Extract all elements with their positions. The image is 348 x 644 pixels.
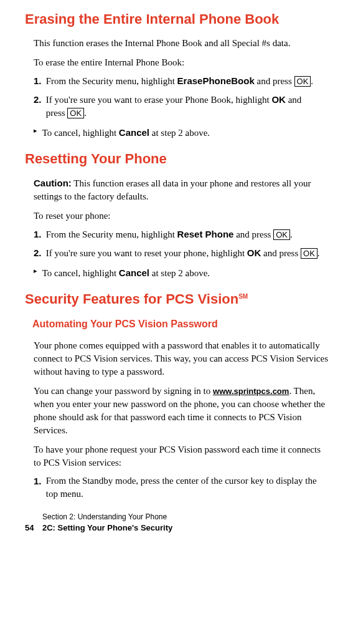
- step-text: If you're sure you want to reset your ph…: [46, 246, 320, 260]
- text: and press: [233, 229, 273, 239]
- caution-text: This function erases all data in your ph…: [34, 178, 311, 201]
- option-cancel: Cancel: [119, 267, 149, 278]
- option-cancel: Cancel: [119, 127, 149, 138]
- text: and press: [261, 248, 301, 258]
- step-text: From the Security menu, highlight EraseP…: [46, 74, 320, 88]
- step-number: 1.: [34, 228, 44, 241]
- heading-erase-phonebook: Erasing the Entire Internal Phone Book: [25, 10, 329, 29]
- step-number: 1.: [34, 74, 44, 87]
- step-number: 1.: [34, 474, 44, 488]
- text: You can change your password by signing …: [34, 386, 213, 396]
- keycap-ok: OK: [67, 108, 84, 119]
- text: To cancel, highlight: [42, 128, 119, 138]
- text: From the Security menu, highlight: [46, 76, 177, 86]
- bullet-text: To cancel, highlight Cancel at step 2 ab…: [42, 266, 320, 280]
- step-text: If you're sure you want to erase your Ph…: [46, 93, 320, 120]
- sm-mark: SM: [238, 292, 248, 299]
- reset-cancel-note: ▸ To cancel, highlight Cancel at step 2 …: [34, 266, 329, 280]
- step-number: 2.: [34, 93, 44, 106]
- url-sprintpcs: www.sprintpcs.com: [213, 387, 289, 396]
- chapter-title: 2C: Setting Your Phone's Security: [42, 523, 172, 532]
- erase-step-2: 2. If you're sure you want to erase your…: [34, 93, 329, 120]
- text: .: [84, 108, 87, 118]
- keycap-ok: OK: [301, 248, 317, 259]
- vision-para-2: You can change your password by signing …: [34, 385, 329, 437]
- erase-cancel-note: ▸ To cancel, highlight Cancel at step 2 …: [34, 126, 329, 140]
- text: From the Security menu, highlight: [46, 229, 177, 239]
- reset-howto: To reset your phone:: [34, 209, 329, 223]
- text: To cancel, highlight: [42, 268, 119, 278]
- reset-step-1: 1. From the Security menu, highlight Res…: [34, 228, 329, 241]
- text: at step 2 above.: [149, 268, 210, 278]
- triangle-bullet-icon: ▸: [34, 126, 40, 135]
- option-ok: OK: [271, 94, 286, 105]
- caution-label: Caution:: [34, 178, 72, 188]
- page-number: 54: [25, 522, 42, 534]
- heading-reset-phone: Resetting Your Phone: [25, 150, 329, 169]
- vision-para-3: To have your phone request your PCS Visi…: [34, 443, 329, 469]
- step-number: 2.: [34, 246, 44, 259]
- footer-chapter-line: 542C: Setting Your Phone's Security: [25, 522, 329, 534]
- text: If you're sure you want to reset your ph…: [46, 248, 247, 258]
- menu-item-erasephonebook: ErasePhoneBook: [177, 75, 255, 86]
- reset-step-2: 2. If you're sure you want to reset your…: [34, 246, 329, 260]
- keycap-ok: OK: [294, 76, 311, 87]
- vision-step-1: 1. From the Standby mode, press the cent…: [34, 474, 329, 501]
- heading-security-features-pcs-vision: Security Features for PCS VisionSM: [25, 290, 329, 309]
- erase-step-1: 1. From the Security menu, highlight Era…: [34, 74, 329, 88]
- bullet-text: To cancel, highlight Cancel at step 2 ab…: [42, 126, 320, 140]
- heading-text: Security Features for PCS Vision: [25, 291, 238, 307]
- step-text: From the Security menu, highlight Reset …: [46, 228, 320, 241]
- erase-howto: To erase the entire Internal Phone Book:: [34, 56, 329, 69]
- text: .: [290, 229, 293, 239]
- text: .: [317, 248, 320, 258]
- text: If you're sure you want to erase your Ph…: [46, 95, 272, 105]
- text: at step 2 above.: [149, 128, 210, 138]
- option-ok: OK: [247, 248, 261, 258]
- step-text: From the Standby mode, press the center …: [46, 474, 320, 501]
- erase-intro: This function erases the Internal Phone …: [34, 37, 329, 50]
- menu-item-reset-phone: Reset Phone: [177, 229, 234, 239]
- page-footer: Section 2: Understanding Your Phone 542C…: [25, 512, 329, 534]
- triangle-bullet-icon: ▸: [34, 266, 40, 276]
- vision-para-1: Your phone comes equipped with a passwor…: [34, 339, 329, 378]
- text: .: [311, 76, 313, 86]
- page-content: Erasing the Entire Internal Phone Book T…: [0, 0, 348, 540]
- subheading-automating-password: Automating Your PCS Vision Password: [32, 317, 329, 331]
- text: and press: [255, 76, 294, 86]
- keycap-ok: OK: [273, 229, 290, 241]
- reset-caution: Caution: This function erases all data i…: [34, 176, 329, 203]
- footer-section-title: Section 2: Understanding Your Phone: [42, 512, 329, 522]
